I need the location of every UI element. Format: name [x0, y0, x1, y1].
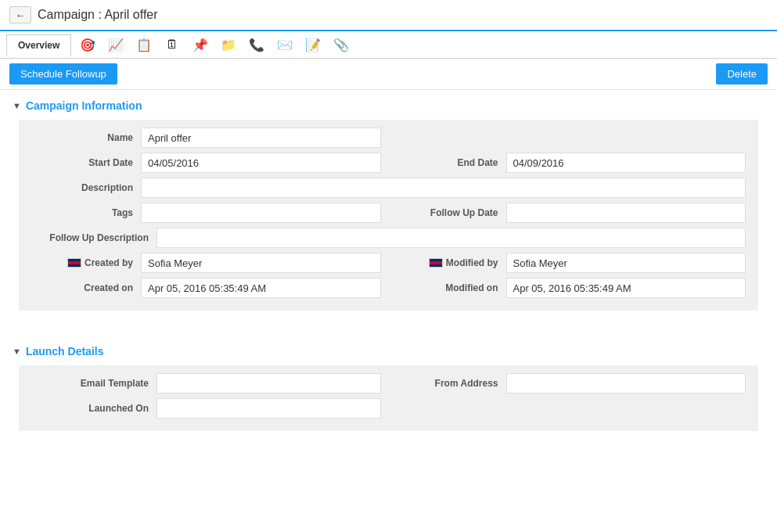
pin-icon[interactable]: 📌	[187, 31, 214, 58]
tags-field: Tags	[31, 203, 381, 223]
from-address-value[interactable]	[506, 373, 746, 394]
name-label: Name	[31, 132, 141, 143]
end-date-value[interactable]: 04/09/2016	[506, 153, 746, 173]
description-value[interactable]	[141, 178, 746, 198]
start-date-field: Start Date 04/05/2016	[31, 153, 381, 173]
page-title: Campaign : April offer	[38, 8, 158, 22]
created-on-value: Apr 05, 2016 05:35:49 AM	[141, 278, 381, 298]
tags-value[interactable]	[141, 203, 381, 223]
launch-section-header[interactable]: ▼ Launch Details	[13, 345, 764, 358]
created-by-label: Created by	[85, 257, 133, 268]
email-template-value[interactable]	[156, 373, 381, 394]
title-prefix: Campaign :	[38, 8, 102, 21]
name-value[interactable]: April offer	[141, 128, 381, 148]
start-date-label: Start Date	[31, 157, 141, 168]
launch-section-title: Launch Details	[26, 345, 104, 358]
end-date-label: End Date	[397, 157, 506, 168]
name-row: Name April offer	[31, 128, 746, 148]
toolbar: Overview 🎯 📈 📋 🗓 📌 📁 📞 ✉️ 📝 📎	[0, 31, 777, 59]
modified-by-flag-icon	[429, 258, 443, 268]
delete-button[interactable]: Delete	[716, 63, 768, 84]
follow-up-desc-label: Follow Up Description	[31, 232, 156, 243]
follow-up-date-field: Follow Up Date	[397, 203, 746, 223]
tags-label: Tags	[31, 207, 141, 218]
dates-row: Start Date 04/05/2016 End Date 04/09/201…	[31, 153, 746, 173]
follow-up-desc-row: Follow Up Description	[31, 228, 746, 248]
launch-section: ▼ Launch Details Email Template From Add…	[0, 336, 777, 440]
launched-on-right-empty	[397, 398, 746, 419]
created-on-label: Created on	[31, 282, 141, 293]
follow-up-date-value[interactable]	[506, 203, 746, 223]
campaign-form: Name April offer Start Date 04/05/2016 E…	[19, 120, 758, 311]
name-field: Name April offer	[31, 128, 381, 148]
campaign-section-header[interactable]: ▼ Campaign Information	[13, 99, 764, 112]
name-right-empty	[397, 128, 746, 148]
campaign-toggle-icon: ▼	[13, 101, 21, 110]
follow-up-desc-field: Follow Up Description	[31, 228, 746, 248]
launched-on-row: Launched On	[31, 398, 746, 419]
created-by-field: Created by Sofia Meyer	[31, 253, 381, 273]
tab-overview[interactable]: Overview	[6, 34, 71, 57]
modified-by-value[interactable]: Sofia Meyer	[506, 253, 746, 273]
back-button[interactable]: ←	[9, 6, 31, 23]
action-bar: Schedule Followup Delete	[0, 59, 777, 90]
email-template-row: Email Template From Address	[31, 373, 746, 394]
launch-toggle-icon: ▼	[13, 347, 21, 356]
modified-on-value: Apr 05, 2016 05:35:49 AM	[506, 278, 746, 298]
modified-by-label: Modified by	[446, 257, 498, 268]
end-date-field: End Date 04/09/2016	[397, 153, 746, 173]
modified-by-label-wrap: Modified by	[397, 257, 506, 268]
launch-form: Email Template From Address Launched On	[19, 365, 758, 431]
launched-on-field: Launched On	[31, 398, 381, 419]
launched-on-label: Launched On	[31, 403, 156, 414]
note-icon[interactable]: 📝	[300, 31, 326, 58]
email-template-field: Email Template	[31, 373, 381, 394]
start-date-value[interactable]: 04/05/2016	[141, 153, 381, 173]
from-address-label: From Address	[397, 378, 506, 389]
description-row: Description	[31, 178, 746, 198]
created-by-value[interactable]: Sofia Meyer	[141, 253, 381, 273]
campaign-section: ▼ Campaign Information Name April offer …	[0, 90, 777, 320]
email-template-label: Email Template	[31, 378, 156, 389]
chart-icon[interactable]: 📈	[103, 31, 129, 58]
modified-on-label: Modified on	[397, 282, 506, 293]
created-modified-row: Created by Sofia Meyer Modified by Sofia…	[31, 253, 746, 273]
description-label: Description	[31, 182, 141, 193]
phone-icon[interactable]: 📞	[243, 31, 270, 58]
modified-on-field: Modified on Apr 05, 2016 05:35:49 AM	[397, 278, 746, 298]
description-field: Description	[31, 178, 746, 198]
calculator-icon[interactable]: 🗓	[159, 31, 185, 58]
email-icon[interactable]: ✉️	[272, 31, 298, 58]
modified-by-field: Modified by Sofia Meyer	[397, 253, 746, 273]
follow-up-date-label: Follow Up Date	[397, 207, 506, 218]
created-by-label-wrap: Created by	[31, 257, 141, 268]
campaign-section-title: Campaign Information	[26, 99, 142, 112]
title-name: April offer	[104, 8, 157, 21]
table-icon[interactable]: 📋	[131, 31, 157, 58]
created-on-field: Created on Apr 05, 2016 05:35:49 AM	[31, 278, 381, 298]
tags-row: Tags Follow Up Date	[31, 203, 746, 223]
follow-up-desc-value[interactable]	[156, 228, 746, 248]
launched-on-value[interactable]	[156, 398, 381, 419]
created-modified-on-row: Created on Apr 05, 2016 05:35:49 AM Modi…	[31, 278, 746, 298]
task-icon[interactable]: 📁	[215, 31, 242, 58]
created-by-flag-icon	[67, 258, 81, 268]
schedule-followup-button[interactable]: Schedule Followup	[9, 63, 117, 84]
toolbar-icons: 🎯 📈 📋 🗓 📌 📁 📞 ✉️ 📝 📎	[74, 31, 354, 58]
back-icon: ←	[16, 9, 26, 21]
from-address-field: From Address	[397, 373, 746, 394]
target-icon[interactable]: 🎯	[74, 31, 101, 58]
attachment-icon[interactable]: 📎	[328, 31, 354, 58]
page-header: ← Campaign : April offer	[0, 0, 777, 31]
